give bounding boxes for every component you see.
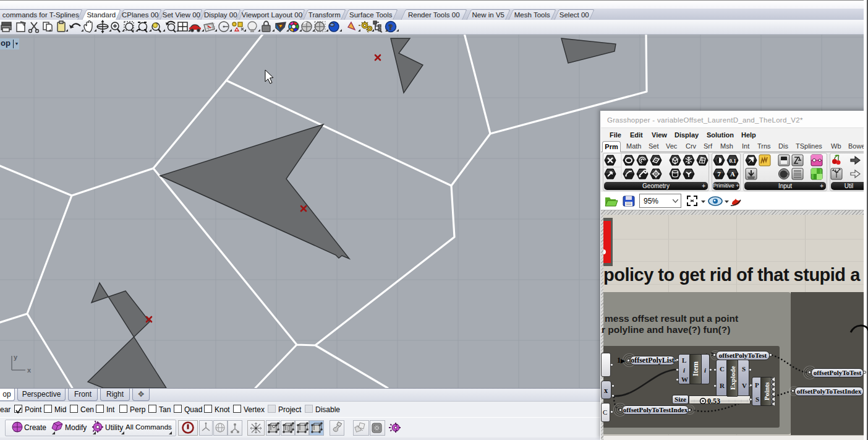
svg-text:x: x	[27, 366, 32, 374]
svg-text:?: ?	[389, 22, 393, 32]
svg-text:0.53: 0.53	[707, 397, 720, 405]
svg-text:7: 7	[717, 170, 721, 178]
svg-text:0.1: 0.1	[729, 158, 736, 164]
svg-text:A: A	[730, 170, 735, 178]
svg-text:y: y	[14, 353, 18, 361]
